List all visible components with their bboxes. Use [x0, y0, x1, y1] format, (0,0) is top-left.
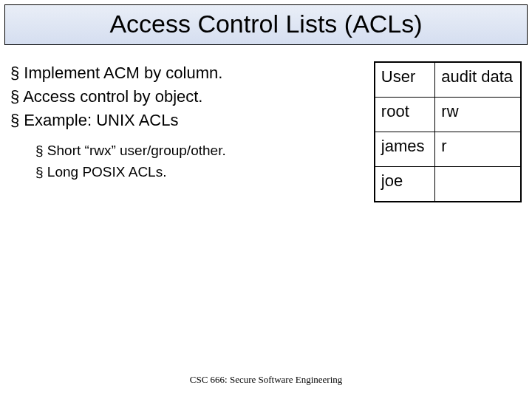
list-item: Short “rwx” user/group/other.: [35, 140, 365, 161]
cell-perm: r: [435, 132, 521, 167]
bullet-column: Implement ACM by column. Access control …: [10, 61, 374, 202]
cell-perm: [435, 167, 521, 202]
table-row: joe: [375, 167, 521, 202]
content-area: Implement ACM by column. Access control …: [0, 45, 532, 202]
cell-user: root: [375, 98, 435, 132]
acl-table: User audit data root rw james r joe: [374, 61, 522, 202]
title-banner: Access Control Lists (ACLs): [4, 4, 528, 45]
list-item: Long POSIX ACLs.: [35, 161, 365, 183]
list-item: Implement ACM by column.: [10, 61, 365, 85]
list-item: Example: UNIX ACLs: [10, 109, 365, 132]
cell-user: User: [375, 62, 435, 98]
slide-title: Access Control Lists (ACLs): [5, 10, 527, 38]
sub-bullet-list: Short “rwx” user/group/other. Long POSIX…: [35, 140, 365, 183]
table-row: james r: [375, 132, 521, 167]
table-row: root rw: [375, 98, 521, 132]
cell-user: james: [375, 132, 435, 167]
table-column: User audit data root rw james r joe: [374, 61, 522, 202]
cell-user: joe: [375, 167, 435, 202]
main-bullet-list: Implement ACM by column. Access control …: [10, 61, 365, 132]
slide-footer: CSC 666: Secure Software Engineering: [0, 374, 532, 386]
cell-perm: audit data: [435, 62, 521, 98]
list-item: Access control by object.: [10, 85, 365, 109]
cell-perm: rw: [435, 98, 521, 132]
table-row: User audit data: [375, 62, 521, 98]
